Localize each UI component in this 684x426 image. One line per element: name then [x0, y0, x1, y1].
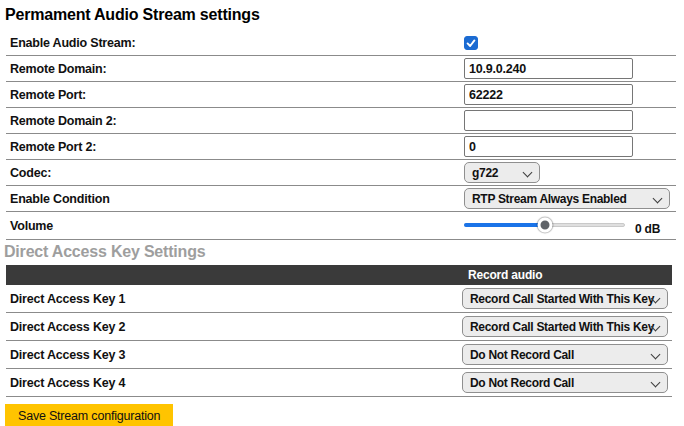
row-direct-access-key-2: Direct Access Key 2 Record Call Started …: [6, 313, 672, 341]
volume-slider[interactable]: [464, 217, 625, 233]
row-volume: Volume 0 dB: [6, 212, 676, 240]
remote-domain-label: Remote Domain:: [6, 62, 464, 76]
remote-port-input[interactable]: [464, 84, 633, 105]
row-direct-access-key-1: Direct Access Key 1 Record Call Started …: [6, 285, 672, 313]
volume-slider-thumb[interactable]: [537, 217, 552, 232]
remote-port-2-label: Remote Port 2:: [6, 140, 464, 154]
remote-port-label: Remote Port:: [6, 88, 464, 102]
dak-4-label: Direct Access Key 4: [6, 376, 462, 390]
row-remote-domain: Remote Domain:: [6, 56, 676, 82]
remote-port-2-input[interactable]: [464, 136, 633, 157]
dak-4-record-select[interactable]: Do Not Record Call: [462, 372, 668, 393]
save-stream-configuration-button[interactable]: Save Stream configuration: [5, 404, 173, 426]
chevron-down-icon: [651, 378, 661, 388]
row-codec: Codec: g722: [6, 160, 676, 186]
direct-access-section-title: Direct Access Key Settings: [4, 243, 684, 261]
dak-3-selected-value: Do Not Record Call: [470, 348, 574, 362]
enable-audio-stream-checkbox[interactable]: [464, 36, 478, 50]
enable-audio-stream-label: Enable Audio Stream:: [6, 36, 464, 50]
settings-page: Permament Audio Stream settings Enable A…: [0, 0, 684, 426]
row-remote-port-2: Remote Port 2:: [6, 134, 676, 160]
chevron-down-icon: [651, 350, 661, 360]
remote-domain-2-input[interactable]: [464, 110, 633, 131]
row-direct-access-key-4: Direct Access Key 4 Do Not Record Call: [6, 369, 672, 397]
enable-condition-label: Enable Condition: [6, 192, 464, 206]
dak-3-label: Direct Access Key 3: [6, 348, 462, 362]
dak-4-selected-value: Do Not Record Call: [470, 376, 574, 390]
checkmark-icon: [465, 37, 477, 49]
row-enable-condition: Enable Condition RTP Stream Always Enabl…: [6, 186, 676, 212]
page-title: Permament Audio Stream settings: [5, 6, 684, 24]
audio-stream-settings-table: Enable Audio Stream: Remote Domain: Remo…: [6, 30, 676, 240]
volume-value: 0 dB: [635, 222, 660, 236]
chevron-down-icon: [653, 194, 663, 204]
remote-domain-input[interactable]: [464, 58, 633, 79]
dak-1-record-select[interactable]: Record Call Started With This Key: [462, 288, 668, 309]
row-enable-audio-stream: Enable Audio Stream:: [6, 30, 676, 56]
dak-1-selected-value: Record Call Started With This Key: [470, 292, 654, 306]
codec-select[interactable]: g722: [464, 162, 540, 183]
enable-condition-select[interactable]: RTP Stream Always Enabled: [464, 188, 670, 209]
enable-condition-selected-value: RTP Stream Always Enabled: [472, 192, 627, 206]
row-remote-domain-2: Remote Domain 2:: [6, 108, 676, 134]
remote-domain-2-label: Remote Domain 2:: [6, 114, 464, 128]
direct-access-key-table: Record audio Direct Access Key 1 Record …: [6, 265, 672, 397]
volume-label: Volume: [6, 219, 464, 233]
dak-2-label: Direct Access Key 2: [6, 320, 462, 334]
dak-2-record-select[interactable]: Record Call Started With This Key: [462, 316, 668, 337]
codec-selected-value: g722: [472, 166, 498, 180]
dak-2-selected-value: Record Call Started With This Key: [470, 320, 654, 334]
row-direct-access-key-3: Direct Access Key 3 Do Not Record Call: [6, 341, 672, 369]
dak-1-label: Direct Access Key 1: [6, 292, 462, 306]
codec-label: Codec:: [6, 166, 464, 180]
row-remote-port: Remote Port:: [6, 82, 676, 108]
volume-slider-fill: [464, 223, 545, 227]
dak-3-record-select[interactable]: Do Not Record Call: [462, 344, 668, 365]
chevron-down-icon: [523, 168, 533, 178]
dak-table-header: Record audio: [6, 265, 672, 285]
record-audio-column-header: Record audio: [462, 268, 542, 282]
